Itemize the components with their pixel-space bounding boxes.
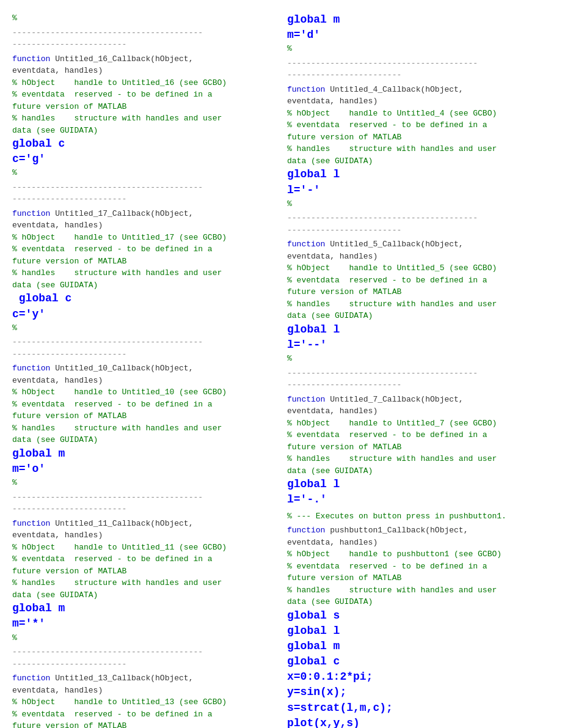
comment-continuation: future version of MATLAB (287, 131, 550, 144)
top-percent: % (12, 12, 275, 24)
comment-continuation: future version of MATLAB (12, 256, 275, 268)
function-declaration: function Untitled_17_Callback(hObject, (12, 208, 275, 220)
separator-line: ---------------------------------------- (12, 491, 275, 504)
comment-continuation: data (see GUIDATA) (12, 279, 275, 292)
comment-line: % handles structure with handles and use… (287, 143, 550, 155)
code-section: ----------------------------------------… (287, 367, 550, 391)
function-args: eventdata, handles) (12, 375, 275, 387)
comment-line: % handles structure with handles and use… (12, 422, 275, 435)
function-declaration: function Untitled_11_Callback(hObject, (12, 518, 275, 530)
comment-line: % hObject handle to Untitled_11 (see GCB… (12, 542, 275, 554)
comment-line: % handles structure with handles and use… (287, 584, 550, 597)
global-statement: global c (12, 136, 275, 152)
comment-line: % hObject handle to Untitled_5 (see GCBO… (287, 262, 550, 274)
function-args: eventdata, handles) (287, 537, 550, 549)
assignment-line: l='-.' (287, 492, 550, 507)
comment-line: % --- Executes on button press in pushbu… (287, 510, 550, 523)
function-declaration: function Untitled_4_Callback(hObject, (287, 84, 550, 96)
function-declaration: function Untitled_10_Callback(hObject, (12, 362, 275, 375)
separator-line: ------------------------ (12, 658, 275, 671)
code-section: global mm='d'% (287, 12, 550, 55)
function-declaration: function Untitled_13_Callback(hObject, (12, 672, 275, 685)
separator-line: ---------------------------------------- (12, 336, 275, 348)
code-section: ----------------------------------------… (12, 27, 275, 51)
comment-continuation: future version of MATLAB (12, 565, 275, 578)
separator-line: ------------------------ (12, 193, 275, 205)
global-statement: global l (287, 322, 550, 337)
function-args: eventdata, handles) (12, 685, 275, 697)
right-column: global mm='d'%--------------------------… (287, 12, 550, 728)
comment-line: % hObject handle to Untitled_16 (see GCB… (12, 77, 275, 89)
function-args: eventdata, handles) (12, 219, 275, 232)
separator-line: ---------------------------------------- (12, 27, 275, 39)
comment-line: % hObject handle to Untitled_7 (see GCBO… (287, 417, 550, 430)
code-section: % --- Executes on button press in pushbu… (287, 510, 550, 523)
comment-continuation: data (see GUIDATA) (12, 589, 275, 601)
comment-line: % (12, 322, 275, 334)
code-section: ----------------------------------------… (287, 57, 550, 81)
comment-line: % handles structure with handles and use… (12, 267, 275, 279)
comment-continuation: data (see GUIDATA) (287, 596, 550, 608)
global-statement: global m (287, 639, 550, 654)
function-declaration: function Untitled_16_Callback(hObject, (12, 53, 275, 65)
global-statement: global l (287, 477, 550, 492)
code-section: ----------------------------------------… (287, 212, 550, 236)
code-section: function Untitled_10_Callback(hObject,ev… (12, 362, 275, 488)
comment-line: % hObject handle to pushbutton1 (see GCB… (287, 548, 550, 561)
comment-line: % (12, 167, 275, 179)
global-statement: global c (287, 654, 550, 669)
code-section: function pushbutton1_Callback(hObject,ev… (287, 524, 550, 728)
separator-line: ------------------------ (287, 69, 550, 81)
comment-continuation: future version of MATLAB (287, 572, 550, 584)
separator-line: ---------------------------------------- (287, 367, 550, 380)
function-args: eventdata, handles) (287, 405, 550, 417)
comment-line: % hObject handle to Untitled_4 (see GCBO… (287, 108, 550, 120)
comment-line: % handles structure with handles and use… (287, 298, 550, 311)
function-declaration: function Untitled_5_Callback(hObject, (287, 238, 550, 251)
comment-line: % eventdata reserved - to be defined in … (12, 553, 275, 565)
comment-continuation: data (see GUIDATA) (287, 310, 550, 322)
comment-line: % hObject handle to Untitled_13 (see GCB… (12, 696, 275, 708)
global-statement: global m (12, 446, 275, 461)
comment-continuation: future version of MATLAB (12, 101, 275, 113)
comment-continuation: future version of MATLAB (287, 441, 550, 454)
code-section: ----------------------------------------… (12, 336, 275, 360)
assignment-line: c='y' (12, 307, 275, 322)
separator-line: ------------------------ (12, 39, 275, 51)
comment-line: % eventdata reserved - to be defined in … (287, 561, 550, 573)
function-declaration: function pushbutton1_Callback(hObject, (287, 524, 550, 537)
comment-line: % eventdata reserved - to be defined in … (12, 708, 275, 721)
code-section: function Untitled_11_Callback(hObject,ev… (12, 518, 275, 644)
code-section: ----------------------------------------… (12, 646, 275, 670)
comment-line: % handles structure with handles and use… (12, 577, 275, 589)
global-statement: global m (287, 12, 550, 28)
code-section: function Untitled_13_Callback(hObject,ev… (12, 672, 275, 728)
separator-line: ---------------------------------------- (287, 57, 550, 70)
separator-line: ---------------------------------------- (12, 646, 275, 658)
code-section: function Untitled_7_Callback(hObject,eve… (287, 394, 550, 508)
global-statement: global s (287, 608, 550, 623)
page-container: %---------------------------------------… (12, 12, 550, 728)
comment-continuation: future version of MATLAB (12, 720, 275, 728)
comment-line: % (12, 632, 275, 644)
comment-line: % eventdata reserved - to be defined in … (287, 119, 550, 131)
comment-line: % (12, 12, 275, 24)
assignment-line: plot(x,y,s) (287, 716, 550, 728)
comment-line: % (287, 43, 550, 55)
function-args: eventdata, handles) (287, 95, 550, 108)
separator-line: ------------------------ (12, 348, 275, 361)
comment-continuation: future version of MATLAB (12, 410, 275, 422)
comment-continuation: data (see GUIDATA) (287, 465, 550, 477)
comment-line: % handles structure with handles and use… (287, 453, 550, 465)
code-section: function Untitled_4_Callback(hObject,eve… (287, 84, 550, 210)
comment-continuation: data (see GUIDATA) (12, 434, 275, 446)
separator-line: ---------------------------------------- (287, 212, 550, 224)
function-args: eventdata, handles) (12, 529, 275, 542)
separator-line: ---------------------------------------- (12, 182, 275, 194)
assignment-line: l='--' (287, 337, 550, 353)
comment-line: % hObject handle to Untitled_10 (see GCB… (12, 386, 275, 399)
left-column: %---------------------------------------… (12, 12, 275, 728)
separator-line: ------------------------ (287, 379, 550, 391)
assignment-line: x=0:0.1:2*pi; (287, 669, 550, 685)
global-statement: global c (12, 291, 275, 306)
